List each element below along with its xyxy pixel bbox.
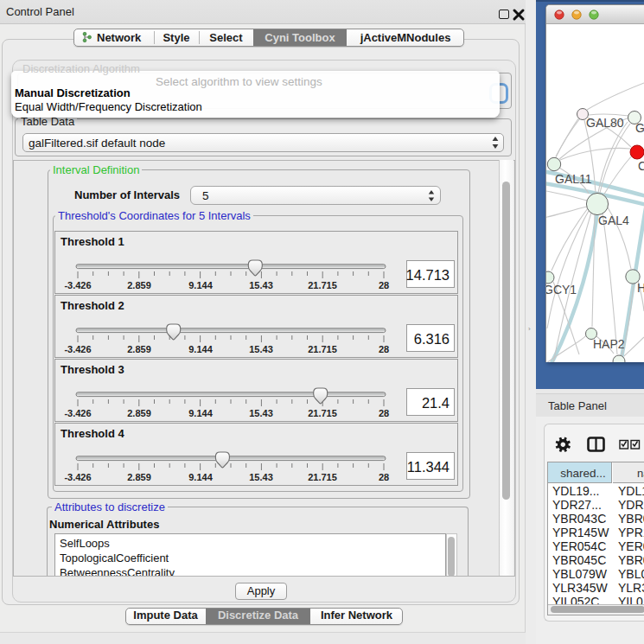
svg-text:GAL80: GAL80: [586, 116, 624, 130]
svg-text:GCY1: GCY1: [546, 283, 577, 296]
svg-text:H: H: [637, 281, 644, 295]
svg-text:GAL4: GAL4: [598, 214, 629, 227]
svg-text:C: C: [638, 159, 644, 173]
svg-text:HAP2: HAP2: [593, 337, 625, 351]
svg-text:GA: GA: [635, 121, 644, 135]
svg-text:GAL11: GAL11: [555, 172, 592, 186]
